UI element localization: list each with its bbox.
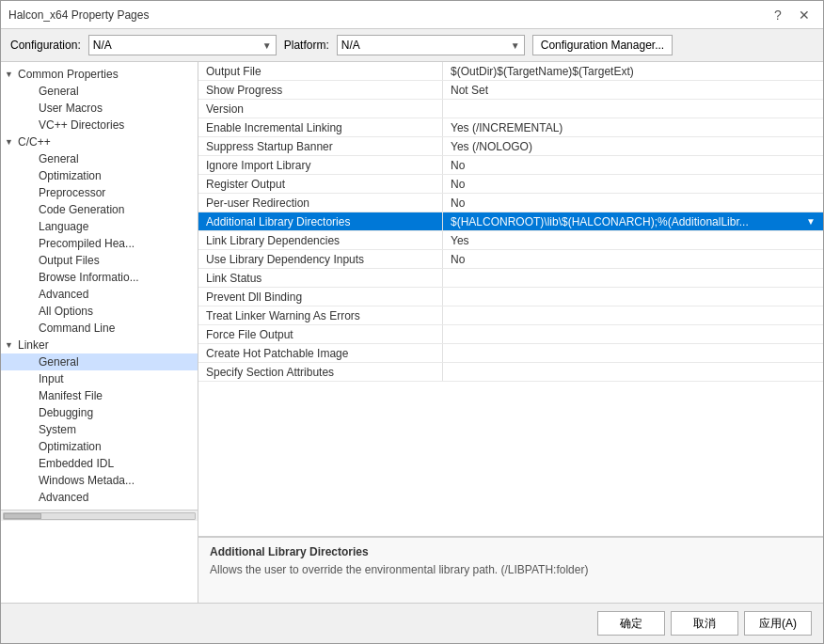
main-content: ▼Common PropertiesGeneralUser MacrosVC++…	[1, 62, 823, 603]
prop-value: Yes	[443, 231, 823, 249]
prop-value: No	[443, 250, 823, 268]
tree-label: Code Generation	[35, 203, 124, 216]
tree-item-general-cpp[interactable]: General	[1, 150, 198, 167]
tree-item-code-gen[interactable]: Code Generation	[1, 201, 198, 218]
properties-table: Output File $(OutDir)$(TargetName)$(Targ…	[198, 62, 823, 537]
prop-value	[443, 325, 823, 343]
tree-item-common-props[interactable]: ▼Common Properties	[1, 66, 198, 83]
props-row[interactable]: Ignore Import Library No	[198, 156, 823, 175]
prop-name: Show Progress	[198, 81, 443, 99]
prop-name: Enable Incremental Linking	[198, 118, 443, 136]
prop-value: Yes (/INCREMENTAL)	[443, 118, 823, 136]
tree-item-linker[interactable]: ▼Linker	[1, 337, 198, 353]
help-button[interactable]: ?	[767, 6, 789, 24]
tree-label: Embedded IDL	[35, 457, 114, 470]
props-row[interactable]: Link Library Dependencies Yes	[198, 231, 823, 250]
prop-value	[443, 100, 823, 118]
config-manager-button[interactable]: Configuration Manager...	[532, 35, 673, 55]
props-row[interactable]: Register Output No	[198, 175, 823, 194]
props-row[interactable]: Show Progress Not Set	[198, 81, 823, 100]
props-row[interactable]: Enable Incremental Linking Yes (/INCREME…	[198, 118, 823, 137]
tree-item-all-options[interactable]: All Options	[1, 303, 198, 320]
props-row[interactable]: Output File $(OutDir)$(TargetName)$(Targ…	[198, 62, 823, 81]
hscroll-track	[3, 512, 196, 520]
tree-item-general-1[interactable]: General	[1, 83, 198, 100]
cancel-button[interactable]: 取消	[671, 611, 738, 636]
props-row[interactable]: Treat Linker Warning As Errors	[198, 306, 823, 325]
prop-value: Not Set	[443, 81, 823, 99]
tree-horizontal-scrollbar[interactable]	[1, 510, 198, 521]
props-row[interactable]: Version	[198, 100, 823, 118]
tree-label: VC++ Directories	[35, 118, 124, 132]
window-title: Halcon_x64 Property Pages	[8, 8, 149, 22]
description-panel: Additional Library Directories Allows th…	[198, 537, 823, 603]
tree-item-debugging[interactable]: Debugging	[1, 404, 198, 421]
tree-item-browse-info[interactable]: Browse Informatio...	[1, 269, 198, 286]
prop-name: Ignore Import Library	[198, 156, 443, 174]
tree-item-advanced-cpp[interactable]: Advanced	[1, 286, 198, 303]
prop-name: Prevent Dll Binding	[198, 288, 443, 306]
tree-item-vc-dirs[interactable]: VC++ Directories	[1, 117, 198, 134]
ok-button[interactable]: 确定	[597, 611, 665, 636]
tree-label: General	[35, 355, 79, 369]
tree-label: Windows Metada...	[35, 474, 135, 487]
tree-item-manifest[interactable]: Manifest File	[1, 387, 198, 404]
tree-item-advanced-linker[interactable]: Advanced	[1, 489, 198, 506]
config-bar: Configuration: N/A ▼ Platform: N/A ▼ Con…	[1, 29, 823, 62]
tree-item-cpp[interactable]: ▼C/C++	[1, 134, 198, 150]
tree-item-language[interactable]: Language	[1, 218, 198, 235]
props-row[interactable]: Prevent Dll Binding	[198, 288, 823, 306]
close-button[interactable]: ✕	[793, 6, 816, 24]
tree-label: Optimization	[35, 169, 102, 182]
prop-name: Link Status	[198, 269, 443, 287]
tree-item-user-macros[interactable]: User Macros	[1, 100, 198, 117]
props-row[interactable]: Additional Library Directories $(HALCONR…	[198, 212, 823, 231]
tree-item-preprocessor[interactable]: Preprocessor	[1, 184, 198, 201]
props-row[interactable]: Suppress Startup Banner Yes (/NOLOGO)	[198, 137, 823, 156]
tree-item-input[interactable]: Input	[1, 370, 198, 387]
prop-value	[443, 269, 823, 287]
tree-item-system[interactable]: System	[1, 421, 198, 438]
tree-item-output-files[interactable]: Output Files	[1, 252, 198, 269]
tree-label: All Options	[35, 305, 93, 318]
tree-label: Input	[35, 372, 64, 385]
prop-value: No	[443, 156, 823, 174]
prop-name: Use Library Dependency Inputs	[198, 250, 443, 268]
tree-label: C/C++	[18, 135, 51, 149]
prop-value: $(OutDir)$(TargetName)$(TargetExt)	[443, 62, 823, 80]
configuration-combo[interactable]: N/A ▼	[88, 35, 277, 55]
title-bar-controls: ? ✕	[767, 6, 816, 24]
prop-value: No	[443, 194, 823, 212]
tree-label: Preprocessor	[35, 186, 105, 199]
prop-name: Treat Linker Warning As Errors	[198, 306, 443, 324]
tree-item-general-linker[interactable]: General	[1, 353, 198, 370]
tree-label: Advanced	[35, 491, 88, 504]
prop-name: Version	[198, 100, 443, 118]
tree-label: Language	[35, 220, 88, 233]
description-text: Allows the user to override the environm…	[210, 562, 812, 578]
props-row[interactable]: Force File Output	[198, 325, 823, 344]
apply-button[interactable]: 应用(A)	[744, 611, 812, 636]
prop-value	[443, 306, 823, 324]
props-row[interactable]: Specify Section Attributes	[198, 363, 823, 382]
tree-label: Common Properties	[18, 68, 119, 81]
props-row[interactable]: Link Status	[198, 269, 823, 288]
tree-label: Output Files	[35, 254, 100, 267]
tree-item-opt-linker[interactable]: Optimization	[1, 438, 198, 455]
props-row[interactable]: Per-user Redirection No	[198, 194, 823, 212]
prop-name: Suppress Startup Banner	[198, 137, 443, 155]
property-pages-window: Halcon_x64 Property Pages ? ✕ Configurat…	[0, 0, 824, 644]
tree-label: Precompiled Hea...	[35, 237, 135, 250]
tree-item-cmd-line[interactable]: Command Line	[1, 320, 198, 337]
tree-item-precompiled[interactable]: Precompiled Hea...	[1, 235, 198, 252]
dropdown-arrow-icon: ▼	[806, 216, 816, 227]
platform-combo[interactable]: N/A ▼	[337, 35, 525, 55]
tree-item-optimization[interactable]: Optimization	[1, 167, 198, 184]
tree-label: General	[35, 85, 79, 98]
config-label: Configuration:	[10, 39, 81, 52]
props-row[interactable]: Create Hot Patchable Image	[198, 344, 823, 363]
prop-name: Per-user Redirection	[198, 194, 443, 212]
props-row[interactable]: Use Library Dependency Inputs No	[198, 250, 823, 269]
tree-item-embedded-idl[interactable]: Embedded IDL	[1, 455, 198, 472]
tree-item-win-metadata[interactable]: Windows Metada...	[1, 472, 198, 489]
